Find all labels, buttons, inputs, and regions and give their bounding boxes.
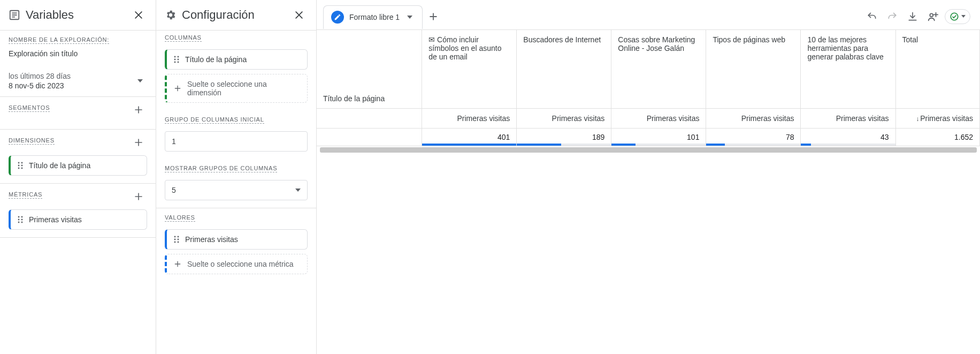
table-data-row: 401 189 101 78 — [317, 129, 980, 146]
column-header[interactable]: Buscadores de Internet — [517, 30, 611, 109]
data-cell[interactable]: 78 — [706, 129, 801, 146]
pencil-icon — [331, 11, 344, 24]
svg-point-11 — [21, 162, 23, 164]
metric-header[interactable]: Primeras visitas — [611, 109, 706, 129]
svg-point-39 — [178, 242, 179, 243]
drag-handle-icon — [173, 236, 180, 243]
config-column-chip[interactable]: Título de la página — [165, 49, 308, 70]
metric-chip-first-visits[interactable]: Primeras visitas — [9, 209, 147, 230]
drop-dimension-target[interactable]: Suelte o seleccione una dimensión — [165, 74, 308, 103]
svg-point-12 — [18, 165, 20, 167]
date-range: 8 nov-5 dic 2023 — [9, 81, 147, 90]
column-header[interactable]: Tipos de páginas web — [706, 30, 801, 109]
add-metric-button[interactable] — [130, 188, 147, 205]
date-range-picker[interactable]: los últimos 28 días 8 nov-5 dic 2023 — [0, 65, 156, 96]
col-group-start-label: GRUPO DE COLUMNAS INICIAL — [165, 116, 264, 124]
row-dimension-header[interactable]: Título de la página — [317, 30, 422, 109]
svg-point-23 — [21, 222, 23, 223]
exploration-name-label: NOMBRE DE LA EXPLORACIÓN: — [9, 36, 109, 44]
svg-point-18 — [18, 216, 20, 218]
metric-header[interactable]: Primeras visitas — [517, 109, 611, 129]
svg-point-34 — [174, 236, 176, 238]
horizontal-scrollbar[interactable] — [320, 147, 977, 153]
dimension-chip-page-title[interactable]: Título de la página — [9, 155, 147, 176]
svg-point-21 — [21, 219, 23, 221]
show-col-groups-label: MOSTRAR GRUPOS DE COLUMNAS — [165, 165, 277, 172]
svg-point-22 — [18, 222, 20, 223]
total-column-header[interactable]: Total — [895, 30, 979, 109]
columns-label: COLUMNAS — [165, 34, 202, 42]
drop-metric-target[interactable]: Suelte o seleccione una métrica — [165, 254, 308, 274]
caret-down-icon — [137, 79, 143, 82]
column-header[interactable]: ✉ Cómo incluir símbolos en el asunto de … — [422, 30, 517, 109]
config-value-chip[interactable]: Primeras visitas — [165, 229, 308, 250]
column-header[interactable]: Cosas sobre Marketing Online - Jose Galá… — [611, 30, 706, 109]
col-group-start-value: 1 — [172, 137, 176, 146]
plus-icon — [173, 84, 182, 93]
report-panel: Formato libre 1 — [317, 0, 980, 354]
close-variables-button[interactable] — [130, 6, 147, 24]
svg-point-27 — [178, 56, 179, 58]
svg-point-30 — [174, 62, 176, 63]
values-label: VALORES — [165, 214, 195, 222]
exploration-name[interactable]: Exploración sin título — [9, 49, 147, 58]
svg-point-19 — [21, 216, 23, 218]
dimensions-label: DIMENSIONES — [9, 137, 55, 145]
download-button[interactable] — [904, 8, 921, 25]
tab-menu-caret-icon[interactable] — [405, 13, 415, 21]
svg-point-15 — [21, 168, 23, 169]
config-title: Configuración — [182, 8, 255, 22]
data-cell[interactable]: 189 — [517, 129, 611, 146]
tabs-bar: Formato libre 1 — [317, 0, 980, 30]
config-value-chip-label: Primeras visitas — [185, 235, 238, 244]
metric-header[interactable]: Primeras visitas — [422, 109, 517, 129]
svg-point-13 — [21, 165, 23, 167]
segments-label: SEGMENTOS — [9, 104, 50, 112]
config-panel: Configuración COLUMNAS Título de la pági… — [156, 0, 317, 354]
data-cell[interactable]: 101 — [611, 129, 706, 146]
svg-point-14 — [18, 168, 20, 169]
dimension-chip-label: Título de la página — [29, 161, 90, 170]
total-cell[interactable]: 1.652 — [895, 129, 979, 146]
plus-icon — [173, 260, 182, 268]
metric-header[interactable]: Primeras visitas — [801, 109, 895, 129]
add-dimension-button[interactable] — [130, 134, 147, 151]
svg-point-20 — [18, 219, 20, 221]
add-tab-button[interactable] — [425, 8, 442, 25]
undo-button[interactable] — [863, 8, 881, 25]
column-header[interactable]: 10 de las mejores herramientas para gene… — [801, 30, 895, 109]
data-cell[interactable]: 43 — [801, 129, 895, 146]
data-cell[interactable]: 401 — [422, 129, 517, 146]
variables-icon — [9, 9, 20, 21]
close-config-button[interactable] — [290, 6, 308, 24]
config-column-chip-label: Título de la página — [185, 55, 247, 64]
gear-icon — [165, 9, 177, 21]
col-group-start-input[interactable]: 1 — [165, 131, 308, 152]
caret-down-icon — [295, 189, 301, 192]
sort-descending-icon: ↓ — [916, 115, 919, 123]
variables-title: Variables — [26, 8, 74, 22]
metric-headers-row: Primeras visitas Primeras visitas Primer… — [317, 109, 980, 129]
show-col-groups-select[interactable]: 5 — [165, 180, 308, 200]
add-segment-button[interactable] — [130, 101, 147, 118]
report-table: Título de la página ✉ Cómo incluir símbo… — [317, 30, 980, 146]
share-button[interactable] — [924, 8, 941, 25]
svg-point-37 — [178, 239, 179, 240]
svg-point-26 — [174, 56, 176, 58]
drag-handle-icon — [17, 162, 24, 169]
tab-freeform-1[interactable]: Formato libre 1 — [323, 5, 423, 29]
sort-metric-header[interactable]: ↓Primeras visitas — [895, 109, 979, 129]
svg-point-28 — [174, 59, 176, 61]
status-indicator[interactable] — [945, 9, 970, 24]
drag-handle-icon — [17, 216, 24, 223]
data-table-area: Título de la página ✉ Cómo incluir símbo… — [317, 30, 980, 153]
metric-header[interactable]: Primeras visitas — [706, 109, 801, 129]
metrics-label: MÉTRICAS — [9, 191, 42, 199]
column-headers-row: Título de la página ✉ Cómo incluir símbo… — [317, 30, 980, 109]
show-col-groups-value: 5 — [172, 186, 176, 194]
svg-point-38 — [174, 242, 176, 243]
svg-point-10 — [18, 162, 20, 164]
drag-handle-icon — [173, 56, 180, 63]
svg-point-31 — [178, 62, 179, 63]
redo-button[interactable] — [884, 8, 901, 25]
